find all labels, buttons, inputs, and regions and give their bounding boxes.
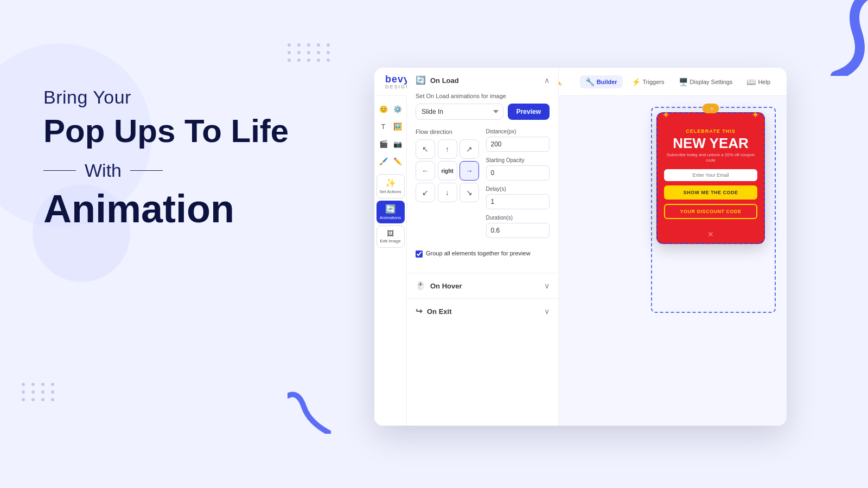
preview-animation-button[interactable]: Preview [508,104,550,120]
direction-grid: ↖ ↑ ↗ ← right → ↙ ↓ ↘ [416,139,480,202]
settings-icon[interactable]: ⚙️ [391,102,404,115]
animation-panel: 🔄 On Load ∧ Set On Load animations for i… [407,68,559,426]
help-icon: 📖 [746,78,756,86]
bg-curl-bottom-left [288,390,331,434]
on-hover-icon: 🖱️ [416,281,426,291]
builder-label: Builder [597,79,617,85]
text-icon[interactable]: T [377,120,390,133]
app-body: 😊 ⚙️ T 🖼️ 🎬 📷 🖌️ ✏️ ✨ Set Actions [374,96,787,426]
edit-image-label: Edit Image [379,239,402,244]
icon-group-3: 🎬 📷 [377,137,404,150]
icon-group-4: 🖌️ ✏️ [377,155,404,168]
dir-top-button[interactable]: ↑ [438,139,457,159]
new-year-text: NEW YEAR [664,136,757,150]
video-icon[interactable]: 🎬 [377,137,390,150]
direction-col: Flow direction ↖ ↑ ↗ ← right → ↙ [416,129,480,243]
on-load-header[interactable]: 🔄 On Load ∧ [407,68,558,93]
icon-group-1: 😊 ⚙️ [377,102,404,115]
dots-bottom [22,383,56,401]
app-window: bevy design ‹ Basic Holidays Lead Genera… [374,68,787,426]
dir-bottom-button[interactable]: ↓ [438,183,457,202]
on-exit-chevron-down-icon: ∨ [544,307,550,316]
popup-inner: CELEBRATE THIS NEW YEAR Subscribe today … [658,113,764,243]
starting-opacity-group: Starting Opacity [486,157,550,181]
dir-bottom-left-button[interactable]: ↙ [416,183,435,202]
animation-title: Animation [43,187,347,231]
fields-col: Distance(px) Starting Opacity Delay(s) [486,129,550,243]
cta-button[interactable]: SHOW ME THE CODE [664,185,757,200]
select-row: Slide In Preview [416,104,550,120]
dir-bottom-right-button[interactable]: ↘ [459,183,479,202]
animations-button[interactable]: 🔄 Animations [376,201,405,224]
popup-close-button[interactable]: ✕ [658,226,764,243]
on-exit-title-area: ↪ On Exit [416,306,452,316]
animations-label: Animations [379,215,403,221]
triggers-button[interactable]: ⚡ Triggers [626,75,670,88]
badge-ticket-icon: 🎫 [708,106,714,111]
edit-image-icon: 🖼 [379,229,402,237]
edit-image-button[interactable]: 🖼 Edit Image [376,226,405,248]
on-hover-section[interactable]: 🖱️ On Hover ∨ [407,273,558,298]
group-elements-label: Group all elements together for preview [426,250,531,256]
on-hover-chevron-down-icon: ∨ [544,281,550,290]
dir-top-left-button[interactable]: ↖ [416,139,435,159]
on-hover-title: On Hover [430,282,462,290]
action-btns: ✨ Set Actions 🔄 Animations 🖼 Edit Image [376,174,405,248]
star-left-icon: ✦ [662,109,670,121]
group-elements-checkbox-row: Group all elements together for preview [416,250,550,258]
help-button[interactable]: 📖 Help [741,75,776,88]
on-hover-title-area: 🖱️ On Hover [416,281,462,291]
distance-label: Distance(px) [486,129,550,134]
discount-button[interactable]: YOUR DISCOUNT CODE [664,204,757,219]
duration-input[interactable] [486,223,550,238]
popup-card: 🎫 ✦ ✦ CELEBRATE THIS NEW YEAR Subscribe … [656,112,765,244]
animations-icon: 🔄 [379,204,403,214]
delay-group: Delay(s) [486,186,550,209]
on-exit-section[interactable]: ↪ On Exit ∨ [407,298,558,324]
with-text: With [85,160,122,181]
icon-group-2: T 🖼️ [377,120,404,133]
image-icon[interactable]: 🖼️ [391,120,404,133]
builder-icon: 🔧 [585,78,595,86]
builder-button[interactable]: 🔧 Builder [580,75,623,88]
duration-group: Duration(s) [486,215,550,238]
group-elements-checkbox[interactable] [416,251,423,258]
smile-icon[interactable]: 😊 [377,102,390,115]
set-label: Set On Load animations for image [416,93,550,99]
header-actions: 🔧 Builder ⚡ Triggers 🖥️ Display Settings… [580,75,776,88]
on-load-chevron-up-icon: ∧ [544,76,550,85]
dots-top [288,43,332,62]
popup-badge: 🎫 [703,104,719,113]
set-actions-button[interactable]: ✨ Set Actions [376,174,405,198]
main-title: Pop Ups To Life [43,113,347,149]
on-exit-icon: ↪ [416,306,423,316]
celebrate-text: CELEBRATE THIS [664,129,757,134]
set-actions-icon: ✨ [379,178,402,188]
popup-content: CELEBRATE THIS NEW YEAR Subscribe today … [658,113,764,226]
duration-label: Duration(s) [486,215,550,221]
starting-opacity-input[interactable] [486,165,550,181]
flow-direction-label: Flow direction [416,129,480,135]
left-content: Bring Your Pop Ups To Life With Animatio… [43,87,347,231]
dir-center-button[interactable]: right [438,161,457,181]
on-load-title: On Load [430,76,459,85]
subscribe-text: Subscribe today and unlock a 20% off cou… [664,152,757,164]
email-input[interactable] [664,169,757,181]
on-exit-title: On Exit [427,307,452,316]
dir-left-button[interactable]: ← [416,161,435,181]
dir-top-right-button[interactable]: ↗ [459,139,479,159]
on-load-body: Set On Load animations for image Slide I… [407,93,558,273]
animation-type-select[interactable]: Slide In [416,104,503,120]
display-settings-button[interactable]: 🖥️ Display Settings [673,75,738,88]
distance-group: Distance(px) [486,129,550,152]
on-load-icon: 🔄 [416,75,426,85]
distance-input[interactable] [486,137,550,152]
dir-right-button[interactable]: → [459,161,479,181]
display-settings-label: Display Settings [690,79,733,85]
right-line [130,170,163,171]
edit-icon[interactable]: ✏️ [391,155,404,168]
brush-icon[interactable]: 🖌️ [377,155,390,168]
delay-input[interactable] [486,194,550,209]
gallery-icon[interactable]: 📷 [391,137,404,150]
starting-opacity-label: Starting Opacity [486,157,550,163]
